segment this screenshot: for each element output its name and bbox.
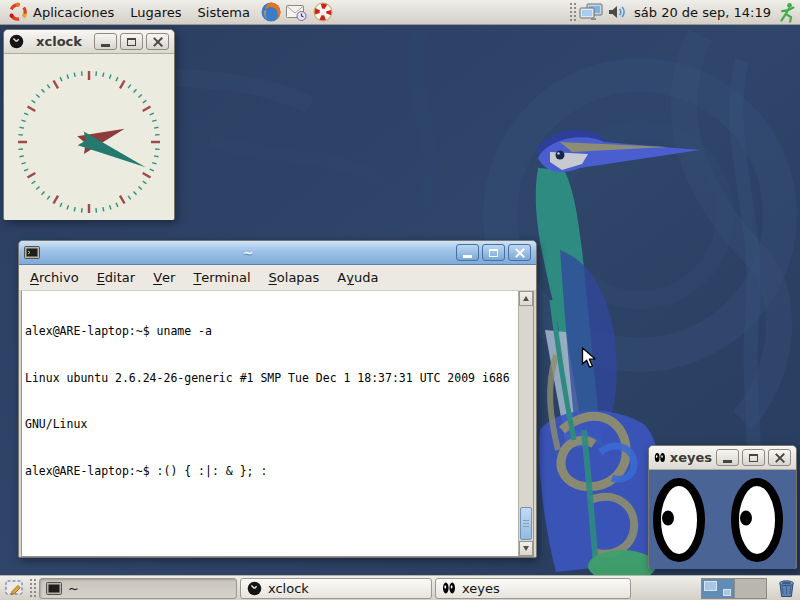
- left-pupil: [662, 511, 674, 526]
- minimize-icon: [463, 255, 472, 258]
- xclock-face: [4, 54, 174, 220]
- menu-item-ayuda[interactable]: Ayuda: [328, 265, 387, 290]
- eyes-icon: [442, 581, 456, 595]
- maximize-icon: [749, 454, 758, 462]
- menu-item-terminal[interactable]: Terminal: [184, 265, 259, 290]
- terminal-line: GNU/Linux: [25, 417, 515, 433]
- terminal-content[interactable]: alex@ARE-laptop:~$ uname -a Linux ubuntu…: [21, 291, 534, 557]
- xclock-titlebar[interactable]: xclock: [4, 30, 174, 54]
- show-desktop-icon: [4, 578, 25, 598]
- terminal-line: alex@ARE-laptop:~$ uname -a: [25, 324, 515, 340]
- trash-icon[interactable]: [774, 576, 798, 600]
- xclock-minimize-button[interactable]: [94, 33, 117, 50]
- xeyes-minimize-button[interactable]: [716, 449, 739, 466]
- terminal-window: ~ Archivo Editar Ver Terminal Solapas Ay…: [18, 240, 537, 558]
- task-button-xeyes[interactable]: xeyes: [435, 578, 631, 599]
- mouse-cursor: [581, 347, 596, 369]
- xeyes-title: xeyes: [670, 450, 712, 465]
- desktop: Aplicaciones Lugares Sistema: [0, 0, 800, 600]
- eyes-icon[interactable]: [654, 451, 666, 464]
- terminal-scrollbar[interactable]: [518, 291, 533, 556]
- xclock-title: xclock: [28, 34, 90, 49]
- close-icon: [153, 37, 163, 47]
- clock-icon: [247, 581, 262, 596]
- scroll-up-button[interactable]: [519, 291, 533, 306]
- menu-sistema[interactable]: Sistema: [190, 0, 258, 25]
- terminal-maximize-button[interactable]: [482, 244, 505, 261]
- terminal-icon[interactable]: [24, 245, 40, 260]
- volume-icon[interactable]: [607, 3, 627, 21]
- menu-item-editar[interactable]: Editar: [88, 265, 145, 290]
- clock-icon[interactable]: [9, 34, 24, 49]
- task-button-label: xeyes: [462, 581, 500, 596]
- maximize-icon: [489, 249, 498, 257]
- terminal-icon: [46, 581, 62, 596]
- help-lifebuoy-icon[interactable]: [311, 0, 335, 24]
- menu-aplicaciones[interactable]: Aplicaciones: [0, 0, 122, 25]
- display-monitors-icon[interactable]: [579, 2, 604, 22]
- terminal-line: Linux ubuntu 2.6.24-26-generic #1 SMP Tu…: [25, 371, 515, 387]
- menu-item-ver[interactable]: Ver: [144, 265, 184, 290]
- panel-clock[interactable]: sáb 20 de sep, 14:19: [630, 5, 775, 20]
- menu-aplicaciones-label: Aplicaciones: [33, 5, 114, 20]
- xeyes-window: xeyes: [648, 445, 797, 569]
- xclock-close-button[interactable]: [146, 33, 169, 50]
- task-button-terminal[interactable]: ~: [39, 578, 237, 599]
- terminal-title: ~: [44, 245, 452, 260]
- minimize-icon: [101, 44, 110, 47]
- task-button-xclock[interactable]: xclock: [240, 578, 432, 599]
- xeyes-close-button[interactable]: [768, 449, 791, 466]
- menu-lugares[interactable]: Lugares: [122, 0, 189, 25]
- terminal-minimize-button[interactable]: [456, 244, 479, 261]
- evolution-mail-icon[interactable]: [285, 0, 309, 24]
- maximize-icon: [127, 38, 136, 46]
- terminal-close-button[interactable]: [508, 244, 531, 261]
- xeyes-titlebar[interactable]: xeyes: [649, 446, 796, 470]
- panel-drag-handle[interactable]: [569, 2, 577, 23]
- right-pupil: [740, 511, 752, 526]
- workspace-switcher: [701, 578, 767, 599]
- workspace-2[interactable]: [734, 579, 766, 598]
- terminal-menubar: Archivo Editar Ver Terminal Solapas Ayud…: [19, 265, 536, 291]
- menu-item-archivo[interactable]: Archivo: [21, 265, 88, 290]
- terminal-output: alex@ARE-laptop:~$ uname -a Linux ubuntu…: [25, 293, 515, 510]
- terminal-line: alex@ARE-laptop:~$ :() { :|: & }; :: [25, 464, 515, 480]
- taskbar-drag-handle[interactable]: [29, 578, 37, 599]
- scrollbar-thumb[interactable]: [520, 507, 532, 540]
- workspace-window-thumb: [704, 581, 717, 591]
- xeyes-maximize-button[interactable]: [742, 449, 765, 466]
- task-button-label: xclock: [268, 581, 309, 596]
- scroll-down-button[interactable]: [519, 541, 533, 556]
- workspace-1[interactable]: [702, 579, 734, 598]
- top-panel: Aplicaciones Lugares Sistema: [0, 0, 800, 25]
- arrow-up-icon: [523, 296, 529, 301]
- bottom-panel: ~ xclock xeyes: [0, 575, 800, 600]
- xeyes-eyes: [649, 470, 796, 569]
- close-icon: [775, 453, 785, 463]
- workspace-window-thumb: [723, 589, 731, 596]
- terminal-titlebar[interactable]: ~: [19, 241, 536, 265]
- xclock-maximize-button[interactable]: [120, 33, 143, 50]
- task-button-label: ~: [68, 581, 79, 596]
- show-desktop-button[interactable]: [2, 576, 26, 600]
- ubuntu-logo-icon: [8, 2, 28, 22]
- menu-item-solapas[interactable]: Solapas: [260, 265, 329, 290]
- menu-lugares-label: Lugares: [130, 5, 181, 20]
- user-switch-running-man-icon[interactable]: [778, 2, 796, 23]
- xclock-window: xclock: [3, 29, 175, 220]
- menu-sistema-label: Sistema: [198, 5, 250, 20]
- minimize-icon: [723, 460, 732, 463]
- firefox-icon[interactable]: [259, 0, 283, 24]
- arrow-down-icon: [523, 546, 529, 551]
- close-icon: [515, 248, 525, 258]
